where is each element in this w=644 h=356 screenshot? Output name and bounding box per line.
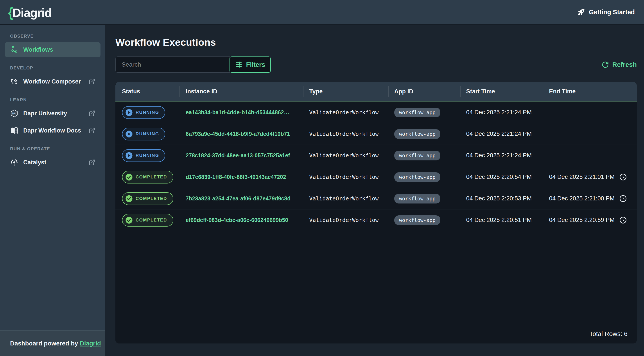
sidebar-nav: OBSERVE Workflows DEVELOP — [0, 25, 105, 330]
refresh-label: Refresh — [612, 61, 637, 68]
start-time-value: 04 Dec 2025 2:21:24 PM — [460, 109, 543, 116]
app-id-badge: workflow-app — [394, 108, 440, 117]
open-book-icon — [10, 126, 18, 135]
external-link-icon — [89, 159, 95, 166]
search-input[interactable] — [116, 57, 230, 73]
start-time-value: 04 Dec 2025 2:20:54 PM — [460, 173, 543, 181]
end-time-value: 04 Dec 2025 2:21:01 PM — [543, 173, 637, 181]
end-time-value: 04 Dec 2025 2:20:59 PM — [543, 216, 637, 224]
instance-id-link[interactable]: 6a793a9e-45dd-4418-b9f9-a7ded4f10b71 — [186, 131, 290, 137]
page-title: Workflow Executions — [116, 37, 637, 48]
clock-icon — [619, 195, 627, 203]
catalyst-orbit-icon — [10, 158, 18, 166]
column-header-type: Type — [303, 82, 388, 101]
play-circle-icon — [125, 109, 133, 116]
status-badge: COMPLETED — [122, 171, 173, 184]
status-badge: COMPLETED — [122, 192, 173, 205]
instance-id-link[interactable]: 278c1824-37dd-48ee-aa13-057c7525a1ef — [186, 152, 290, 159]
instance-id-link[interactable]: d17c6839-1ff8-40fc-88f3-49143ac47202 — [186, 174, 286, 180]
check-circle-icon — [125, 195, 133, 202]
instance-id-link[interactable]: 7b23a823-a254-47ea-af06-d87e479d9c8d — [186, 195, 290, 202]
sliders-icon — [235, 61, 242, 68]
sidebar-item-workflows[interactable]: Workflows — [5, 42, 100, 57]
app-id-badge: workflow-app — [394, 151, 440, 160]
instance-id-link[interactable]: ea143b34-ba1d-4dde-b14b-d53444862… — [186, 109, 289, 116]
sidebar-item-label: Dapr Workflow Docs — [23, 127, 81, 134]
clock-icon — [619, 173, 627, 181]
search-filter-group: Filters — [116, 57, 271, 73]
total-rows-label: Total Rows: 6 — [589, 330, 628, 337]
table-header-row: Status Instance ID Type App ID Start Tim… — [116, 82, 637, 102]
table-row: COMPLETED ef69dcff-983d-4cbc-a06c-606249… — [116, 210, 637, 231]
workflow-type-value: ValidateOrderWorkflow — [303, 109, 388, 116]
play-circle-icon — [125, 130, 133, 138]
composer-icon — [10, 77, 18, 86]
table-empty-area — [116, 231, 637, 324]
start-time-value: 04 Dec 2025 2:20:53 PM — [460, 195, 543, 202]
external-link-icon — [89, 78, 95, 85]
workflow-type-value: ValidateOrderWorkflow — [303, 217, 388, 223]
sidebar-item-dapr-university[interactable]: dapr University Dapr University — [5, 106, 100, 121]
check-circle-icon — [125, 217, 133, 224]
sidebar-item-label: Catalyst — [23, 159, 46, 166]
sidebar-item-workflow-composer[interactable]: Workflow Composer — [5, 74, 100, 89]
column-header-end-time: End Time — [543, 82, 637, 101]
clock-icon — [619, 216, 627, 224]
refresh-button[interactable]: Refresh — [602, 61, 637, 68]
section-label-observe: OBSERVE — [0, 34, 105, 39]
check-circle-icon — [125, 173, 133, 181]
workflow-type-value: ValidateOrderWorkflow — [303, 131, 388, 137]
filters-button[interactable]: Filters — [230, 57, 271, 73]
column-header-instance-id: Instance ID — [180, 82, 303, 101]
dapr-hexagon-icon: dapr University — [10, 109, 18, 118]
workflow-type-value: ValidateOrderWorkflow — [303, 152, 388, 159]
table-row: RUNNING 278c1824-37dd-48ee-aa13-057c7525… — [116, 145, 637, 166]
table-body: RUNNING ea143b34-ba1d-4dde-b14b-d5344486… — [116, 102, 637, 231]
getting-started-link[interactable]: Getting Started — [577, 8, 635, 17]
refresh-icon — [602, 61, 609, 68]
section-label-learn: LEARN — [0, 97, 105, 102]
sidebar: OBSERVE Workflows DEVELOP — [0, 25, 105, 356]
column-header-start-time: Start Time — [460, 82, 543, 101]
rocket-icon — [577, 8, 585, 17]
status-badge: RUNNING — [122, 106, 165, 119]
app-id-badge: workflow-app — [394, 172, 440, 182]
sidebar-item-dapr-workflow-docs[interactable]: Dapr Workflow Docs — [5, 123, 100, 138]
table-row: COMPLETED 7b23a823-a254-47ea-af06-d87e47… — [116, 188, 637, 210]
external-link-icon — [89, 110, 95, 117]
sidebar-footer: Dashboard powered by Diagrid — [0, 330, 105, 356]
top-header: { Diagrid Getting Started — [0, 0, 644, 25]
sidebar-item-label: Workflows — [23, 46, 53, 53]
filters-label: Filters — [246, 61, 265, 68]
sidebar-item-label: Dapr University — [23, 110, 67, 117]
external-link-icon — [89, 127, 95, 134]
svg-text:dapr: dapr — [12, 112, 16, 114]
diagrid-footer-link[interactable]: Diagrid — [80, 340, 101, 347]
toolbar: Filters Refresh — [116, 57, 637, 73]
section-label-develop: DEVELOP — [0, 66, 105, 71]
workflow-type-value: ValidateOrderWorkflow — [303, 195, 388, 202]
workflow-type-value: ValidateOrderWorkflow — [303, 174, 388, 180]
column-header-status: Status — [116, 82, 180, 101]
sidebar-item-catalyst[interactable]: Catalyst — [5, 155, 100, 170]
powered-by-text: Dashboard powered by — [10, 340, 80, 347]
diagrid-logo[interactable]: { Diagrid — [8, 5, 52, 20]
section-label-run-operate: RUN & OPERATE — [0, 146, 105, 151]
end-time-value: 04 Dec 2025 2:21:00 PM — [543, 195, 637, 203]
workflow-nodes-icon — [10, 46, 18, 54]
app-id-badge: workflow-app — [394, 194, 440, 204]
column-header-app-id: App ID — [388, 82, 460, 101]
play-circle-icon — [125, 152, 133, 159]
instance-id-link[interactable]: ef69dcff-983d-4cbc-a06c-606249699b50 — [186, 217, 288, 223]
start-time-value: 04 Dec 2025 2:20:51 PM — [460, 217, 543, 224]
start-time-value: 04 Dec 2025 2:21:24 PM — [460, 152, 543, 159]
table-footer: Total Rows: 6 — [116, 324, 637, 343]
main-content: Workflow Executions Filters — [105, 25, 644, 356]
logo-text: Diagrid — [12, 6, 52, 20]
app-id-badge: workflow-app — [394, 215, 440, 225]
status-badge: RUNNING — [122, 128, 165, 140]
status-badge: RUNNING — [122, 149, 165, 162]
table-row: RUNNING 6a793a9e-45dd-4418-b9f9-a7ded4f1… — [116, 123, 637, 145]
start-time-value: 04 Dec 2025 2:21:24 PM — [460, 130, 543, 137]
svg-text:University: University — [12, 114, 17, 115]
